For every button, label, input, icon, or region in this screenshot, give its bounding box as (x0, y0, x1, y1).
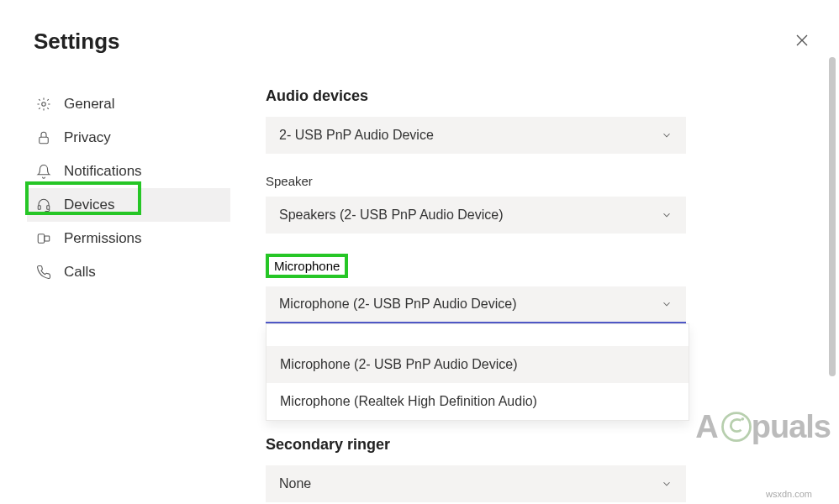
svg-rect-5 (45, 236, 50, 241)
sidebar-item-label: Permissions (64, 230, 142, 247)
svg-point-6 (722, 413, 750, 441)
sidebar-item-calls[interactable]: Calls (27, 255, 230, 289)
select-value: Speakers (2- USB PnP Audio Device) (279, 207, 504, 223)
sidebar-item-privacy[interactable]: Privacy (27, 121, 230, 155)
sidebar-item-label: Privacy (64, 129, 111, 146)
sidebar: General Privacy Notifications Devices Pe… (27, 87, 230, 289)
scrollbar[interactable] (829, 57, 836, 376)
svg-point-7 (741, 417, 744, 421)
svg-rect-1 (40, 137, 49, 144)
dropdown-option[interactable]: Microphone (2- USB PnP Audio Device) (266, 346, 689, 383)
select-value: None (279, 476, 311, 491)
chevron-down-icon (661, 209, 673, 221)
secondary-ringer-title: Secondary ringer (266, 436, 694, 454)
audio-devices-title: Audio devices (266, 87, 694, 105)
speaker-select[interactable]: Speakers (2- USB PnP Audio Device) (266, 197, 686, 234)
sidebar-item-permissions[interactable]: Permissions (27, 222, 230, 255)
speaker-label: Speaker (266, 174, 313, 188)
microphone-dropdown: Microphone (2- USB PnP Audio Device) Mic… (266, 323, 689, 421)
secondary-ringer-select[interactable]: None (266, 465, 686, 502)
select-value: Microphone (2- USB PnP Audio Device) (279, 297, 517, 312)
sidebar-item-label: Notifications (64, 163, 142, 180)
lock-icon (35, 129, 52, 146)
microphone-label: Microphone (274, 259, 340, 273)
headset-icon (35, 197, 52, 213)
svg-rect-4 (38, 234, 45, 244)
chevron-down-icon (661, 478, 673, 490)
close-icon[interactable] (795, 32, 809, 51)
sidebar-item-label: Calls (64, 264, 96, 281)
svg-rect-3 (47, 206, 50, 210)
dropdown-blank (266, 324, 689, 346)
svg-rect-2 (38, 206, 40, 210)
bell-icon (35, 163, 52, 180)
content-area: Audio devices 2- USB PnP Audio Device Sp… (266, 87, 694, 502)
brand-watermark: A puals (695, 408, 831, 445)
sidebar-item-devices[interactable]: Devices (27, 188, 230, 222)
audio-device-select[interactable]: 2- USB PnP Audio Device (266, 117, 686, 154)
gear-icon (35, 96, 52, 113)
sidebar-item-label: Devices (64, 197, 114, 213)
chevron-down-icon (661, 298, 673, 310)
key-icon (35, 230, 52, 247)
sidebar-item-label: General (64, 96, 114, 113)
sidebar-item-notifications[interactable]: Notifications (27, 155, 230, 188)
svg-point-0 (42, 102, 46, 107)
select-value: 2- USB PnP Audio Device (279, 128, 434, 143)
highlight-box-microphone: Microphone (266, 254, 348, 278)
watermark-text: wsxdn.com (766, 489, 812, 499)
microphone-select[interactable]: Microphone (2- USB PnP Audio Device) (266, 286, 686, 323)
chevron-down-icon (661, 129, 673, 141)
dropdown-option[interactable]: Microphone (Realtek High Definition Audi… (266, 383, 689, 420)
sidebar-item-general[interactable]: General (27, 87, 230, 121)
page-title: Settings (34, 29, 120, 55)
phone-icon (35, 264, 52, 281)
